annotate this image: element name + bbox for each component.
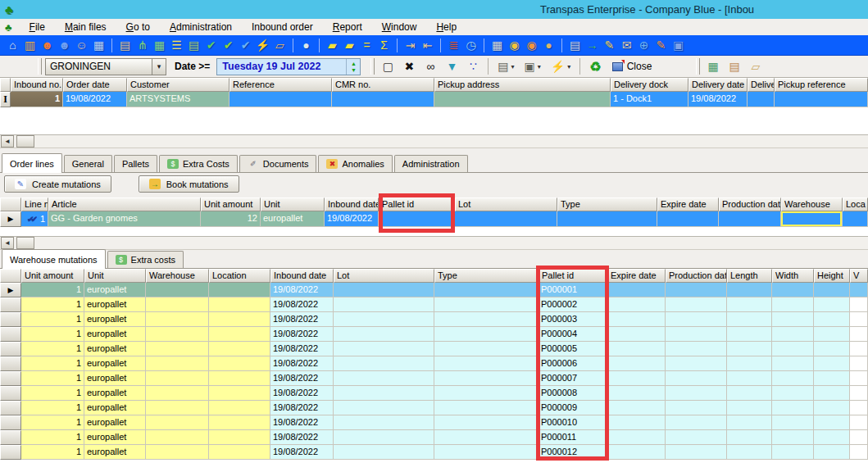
cell-v[interactable] [850,283,868,297]
cell-expire-date[interactable] [607,386,666,401]
cell-width[interactable] [772,283,814,297]
column-header-loca[interactable]: Loca [843,197,868,211]
cell-v[interactable] [850,297,868,312]
cell-expire-date[interactable] [607,297,666,312]
cell-production-date[interactable] [666,430,727,445]
menu-item-window[interactable]: Window [372,19,427,35]
cell-length[interactable] [727,371,772,386]
column-header-reference[interactable]: Reference [229,78,332,92]
cell-location[interactable] [209,401,270,415]
cell-pallet-id[interactable]: P000003 [539,312,607,327]
web-icon[interactable]: ⊕ [635,37,652,53]
cell-pallet-id[interactable]: P000012 [539,445,607,460]
column-header-expire-date[interactable]: Expire date [657,197,719,211]
cell-lot[interactable] [334,283,434,297]
cell-inbound-date[interactable]: 19/08/2022 [270,371,334,386]
date-spinner[interactable]: ▲▼ [346,59,360,75]
cell-lot[interactable] [334,297,434,312]
cell-type[interactable] [557,211,657,227]
row-marker-header[interactable] [0,269,21,283]
row-marker-header[interactable] [0,78,11,92]
cell-expire-date[interactable] [607,327,666,342]
cell-height[interactable] [814,342,850,356]
cell-width[interactable] [772,415,814,430]
cell-v[interactable] [850,371,868,386]
new-record-icon[interactable]: ▢ [378,57,398,75]
column-header-warehouse[interactable]: Warehouse [146,269,209,283]
cell-v[interactable] [850,386,868,401]
chevron-down-icon[interactable]: ▾ [152,59,166,75]
cell-order-date[interactable]: 19/08/2022 [63,92,127,107]
cell-production-date[interactable] [666,371,727,386]
cell-type[interactable] [434,356,539,371]
gantt-chart-icon[interactable]: ≣ [445,37,462,53]
cell-pallet-id[interactable]: P000005 [539,342,607,356]
cell-v[interactable] [850,312,868,327]
cell-length[interactable] [727,327,772,342]
scroll-left-icon[interactable]: ◄ [1,135,14,148]
check-order-icon[interactable]: ✔ [237,37,254,53]
cell-height[interactable] [814,356,850,371]
cell-expire-date[interactable] [607,371,666,386]
cell-width[interactable] [772,430,814,445]
row-marker[interactable]: ▶ [0,211,21,227]
filter-icon[interactable]: ▼ [442,57,461,75]
scrollbar-thumb[interactable] [16,135,34,148]
cell-location[interactable] [209,445,270,460]
cell-production-date[interactable] [666,342,727,356]
archive-folder-icon[interactable]: ▱ [271,37,289,53]
column-header-customer[interactable]: Customer [127,78,229,92]
cell-pallet-id[interactable]: P000008 [539,386,607,401]
export-icon[interactable]: → [584,37,601,53]
column-header-pickup-reference[interactable]: Pickup reference [775,78,868,92]
cell-type[interactable] [434,445,539,460]
cell-unit[interactable]: europallet [84,415,146,430]
cell-unit-amount[interactable]: 12 [201,211,261,227]
create-mutations-button[interactable]: ✎Create mutations [4,175,111,193]
column-header-pallet-id[interactable]: Pallet id [379,197,455,211]
cell-length[interactable] [727,297,772,312]
print-preview-icon[interactable]: ▣▾ [520,57,545,75]
cell-inbound-date[interactable]: 19/08/2022 [270,430,334,445]
cell-length[interactable] [727,312,772,327]
cell-pallet-id[interactable]: P000009 [539,401,607,415]
tab-documents[interactable]: ✐Documents [239,155,317,172]
column-header-location[interactable]: Location [209,269,270,283]
cell-v[interactable] [850,415,868,430]
cell-expire-date[interactable] [607,342,666,356]
receive-order-icon[interactable]: ▤ [185,37,202,53]
cell-height[interactable] [814,445,850,460]
cell-production-date[interactable] [666,356,727,371]
row-marker[interactable] [0,312,21,327]
cell-type[interactable] [434,415,539,430]
column-header-type[interactable]: Type [557,197,657,211]
cell-warehouse[interactable] [146,415,209,430]
cell-lot[interactable] [334,401,434,415]
cell-width[interactable] [772,342,814,356]
column-header-expire-date[interactable]: Expire date [607,269,666,283]
cell-warehouse[interactable] [146,371,209,386]
tab-extra-costs[interactable]: $Extra Costs [159,155,238,172]
row-marker[interactable] [0,356,21,371]
column-header-order-date[interactable]: Order date [63,78,127,92]
cell-type[interactable] [434,312,539,327]
cell-unit-amount[interactable]: 1 [21,356,84,371]
horizontal-scrollbar[interactable]: ◄ [0,134,868,148]
cell-width[interactable] [772,371,814,386]
cell-expire-date[interactable] [607,415,666,430]
menu-item-go-to[interactable]: Go to [116,19,160,35]
column-header-pickup-address[interactable]: Pickup address [434,78,611,92]
cell-v[interactable] [850,401,868,415]
cell-production-date[interactable] [666,386,727,401]
cell-reference[interactable] [229,92,332,107]
column-header-production-date[interactable]: Production date [719,197,781,211]
refresh-icon[interactable]: ♻ [585,57,605,75]
cell-warehouse[interactable] [146,430,209,445]
cell-unit[interactable]: europallet [261,211,325,227]
cell-length[interactable] [727,283,772,297]
cell-expire-date[interactable] [607,356,666,371]
cell-warehouse[interactable] [781,211,843,227]
cell-unit-amount[interactable]: 1 [21,283,84,297]
cell-delive[interactable] [748,92,775,107]
cell-unit-amount[interactable]: 1 [21,342,84,356]
